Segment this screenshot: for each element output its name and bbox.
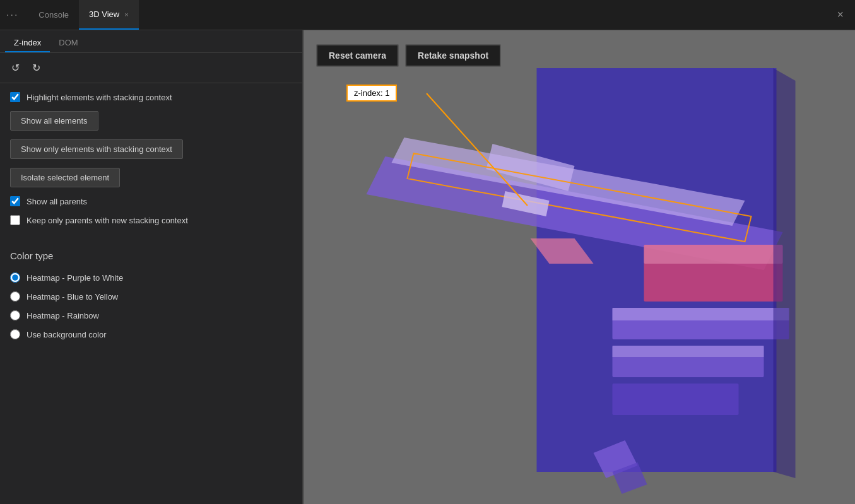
radio-label-blue: Heatmap - Blue to Yellow <box>27 292 118 302</box>
radio-label-rainbow: Heatmap - Rainbow <box>27 311 99 320</box>
svg-marker-17 <box>774 68 796 478</box>
controls-panel: Highlight elements with stacking context… <box>0 83 302 348</box>
highlight-checkbox-row[interactable]: Highlight elements with stacking context <box>10 92 292 102</box>
svg-rect-9 <box>613 346 764 357</box>
toolbar: ↺ ↻ <box>0 53 302 83</box>
sub-tabs: Z-index DOM <box>0 30 302 53</box>
tab-close-icon[interactable]: × <box>124 11 128 18</box>
view3d-toolbar: Reset camera Retake snapshot <box>316 44 501 67</box>
keep-parents-checkbox[interactable] <box>10 215 20 225</box>
keep-parents-label: Keep only parents with new stacking cont… <box>27 216 188 225</box>
radio-background-color[interactable]: Use background color <box>10 329 292 339</box>
radio-heatmap-rainbow[interactable]: Heatmap - Rainbow <box>10 310 292 320</box>
radio-heatmap-purple[interactable]: Heatmap - Purple to White <box>10 273 292 283</box>
svg-rect-7 <box>613 308 789 320</box>
main-layout: Z-index DOM ↺ ↻ Highlight elements with … <box>0 30 855 504</box>
radio-heatmap-blue[interactable]: Heatmap - Blue to Yellow <box>10 291 292 302</box>
radio-label-background: Use background color <box>27 330 106 339</box>
tab-dom[interactable]: DOM <box>50 34 86 52</box>
tab-zindex[interactable]: Z-index <box>5 34 50 52</box>
tab-3dview[interactable]: 3D View × <box>79 0 139 30</box>
3d-view-panel[interactable]: z-index: 1 Reset camera Retake snapshot <box>304 30 855 504</box>
color-type-title: Color type <box>10 250 292 261</box>
svg-rect-5 <box>644 245 783 264</box>
show-parents-checkbox-row[interactable]: Show all parents <box>10 196 292 206</box>
isolate-button[interactable]: Isolate selected element <box>10 168 120 187</box>
tab-console[interactable]: Console <box>28 0 79 30</box>
highlight-label: Highlight elements with stacking context <box>27 93 172 102</box>
zindex-tooltip-text: z-index: 1 <box>354 88 389 98</box>
sidebar: Z-index DOM ↺ ↻ Highlight elements with … <box>0 30 303 504</box>
show-parents-label: Show all parents <box>27 197 87 206</box>
keep-parents-checkbox-row[interactable]: Keep only parents with new stacking cont… <box>10 215 292 225</box>
show-parents-checkbox[interactable] <box>10 196 20 206</box>
radio-label-purple: Heatmap - Purple to White <box>27 273 123 283</box>
highlight-checkbox[interactable] <box>10 92 20 102</box>
reset-camera-button[interactable]: Reset camera <box>316 44 399 67</box>
radio-input-background[interactable] <box>10 329 20 339</box>
refresh-button[interactable]: ↺ <box>8 59 23 76</box>
radio-input-rainbow[interactable] <box>10 310 20 320</box>
title-bar: ··· Console 3D View × × <box>0 0 855 30</box>
radio-input-blue[interactable] <box>10 291 20 302</box>
radio-input-purple[interactable] <box>10 273 20 283</box>
refresh-alt-button[interactable]: ↻ <box>28 59 44 76</box>
show-stacking-button[interactable]: Show only elements with stacking context <box>10 139 183 159</box>
svg-rect-10 <box>613 384 739 415</box>
window-close-button[interactable]: × <box>832 6 849 24</box>
zindex-tooltip: z-index: 1 <box>346 85 397 102</box>
more-tabs-icon[interactable]: ··· <box>6 9 18 21</box>
retake-snapshot-button[interactable]: Retake snapshot <box>405 44 501 67</box>
show-all-button[interactable]: Show all elements <box>10 111 98 131</box>
